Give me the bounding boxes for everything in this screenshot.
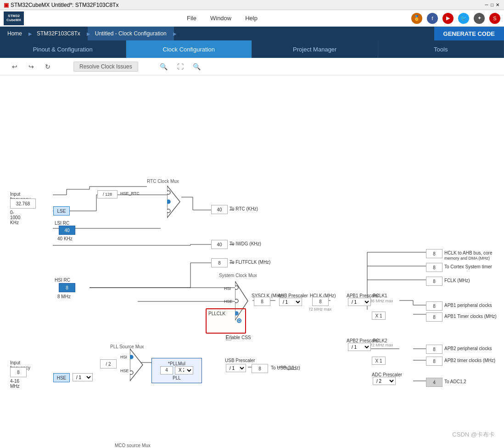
to-usb-label: To USB (MHz): [271, 365, 300, 370]
fclk-label: FCLK (MHz): [444, 278, 470, 283]
close-btn[interactable]: ✕: [495, 2, 500, 8]
pllclk-highlight: PLLCLK: [206, 308, 246, 334]
menu-file[interactable]: File: [187, 15, 196, 22]
icon-twitter[interactable]: 🐦: [458, 13, 469, 24]
apb1-periph-label: APB1 peripheral clocks: [444, 303, 492, 308]
menu-help[interactable]: Help: [245, 15, 258, 22]
menu-window[interactable]: Window: [210, 15, 231, 22]
refresh-button[interactable]: ↻: [42, 61, 53, 72]
tab-tools[interactable]: Tools: [378, 40, 504, 58]
tab-project[interactable]: Project Manager: [252, 40, 378, 58]
apb2-periph-label: APB2 peripheral clocks: [444, 346, 492, 351]
mco-source-mux-label: MCO source Mux: [115, 443, 151, 448]
enable-css-label: Enable CSS: [226, 335, 251, 340]
to-adc-label: To ADC1,2: [444, 379, 466, 384]
pllmul-select[interactable]: X 2: [175, 366, 193, 374]
svg-marker-58: [130, 349, 143, 381]
hclk-to-ahb-label: HCLK to AHB bus, core: [444, 250, 493, 255]
fclk-out-val: 8: [426, 277, 442, 286]
clock-diagram-canvas: RTC Clock Mux System Clock Mux PLL Sourc…: [0, 75, 504, 448]
zoom-out-button[interactable]: 🔍: [191, 61, 202, 72]
apb1-prescaler-select[interactable]: / 1: [348, 298, 371, 306]
icon-facebook[interactable]: f: [427, 13, 438, 24]
svg-point-55: [235, 286, 238, 289]
hsi-rc-label: HSI RC: [55, 278, 70, 283]
pll-val[interactable]: 4: [160, 366, 173, 374]
pll-source-mux-svg: [130, 349, 144, 386]
sys-mux-hse-label: HSE: [224, 299, 233, 304]
breadcrumb-clock[interactable]: Untitled - Clock Configuration: [88, 27, 174, 40]
enable-css-group: Enable CSS: [226, 335, 251, 340]
hse-div1-select[interactable]: / 1: [73, 373, 93, 381]
title-bar-title: STM32CubeMX Untitled*: STM32F103C8Tx: [11, 2, 118, 8]
icon-anniversary: 🏅: [411, 13, 422, 24]
to-cortex-label: To Cortex System timer: [444, 264, 492, 269]
icon-st[interactable]: S: [489, 13, 500, 24]
resolve-clock-button[interactable]: Resolve Clock Issues: [73, 62, 138, 72]
tab-pinout[interactable]: Pinout & Configuration: [0, 40, 126, 58]
pllclk-label: PLLCLK: [208, 311, 225, 316]
zoom-search-button[interactable]: 🔍: [158, 61, 169, 72]
to-iwdg-label: To IWDG (KHz): [230, 241, 261, 246]
app-icon: ▣: [4, 2, 9, 8]
app-logo: STM32CubeMX: [4, 11, 24, 25]
pclk2-max: 72 MHz max: [370, 343, 393, 347]
apb2-x1-box: X 1: [372, 357, 386, 365]
apb1-timer-label: APB1 Timer clocks (MHz): [444, 314, 497, 319]
undo-button[interactable]: ↩: [9, 61, 20, 72]
clock-diagram: RTC Clock Mux System Clock Mux PLL Sourc…: [0, 75, 504, 448]
icon-youtube[interactable]: ▶: [442, 13, 454, 24]
usb-prescaler-label: USB Prescaler: [225, 358, 255, 363]
menu-items: File Window Help: [33, 15, 411, 22]
pclk1-label: PCLK1: [373, 293, 387, 298]
breadcrumb-device[interactable]: STM32F103C8Tx: [29, 27, 88, 40]
ahb-prescaler-select[interactable]: / 1: [279, 298, 302, 306]
pclk1-max: 36 MHz max: [370, 299, 393, 303]
svg-point-59: [130, 355, 133, 359]
svg-point-60: [130, 371, 133, 374]
apb2-prescaler-select[interactable]: / 1: [348, 343, 371, 351]
pll-src-hsi-label: HSI: [120, 355, 127, 359]
apb1-x1-box: X 1: [372, 312, 386, 320]
apb2-timer-out-val: 8: [426, 357, 442, 366]
rtc-output-val: 40: [211, 205, 228, 214]
sys-mux-hsi-label: HSI: [224, 286, 231, 291]
svg-point-53: [167, 209, 170, 213]
adc-out-val: 4: [426, 378, 442, 387]
icon-network[interactable]: ✦: [474, 13, 485, 24]
hsi-box[interactable]: 8: [59, 283, 75, 292]
hse-rtc-label: HSE_RTC: [120, 191, 140, 196]
minimize-btn[interactable]: ─: [484, 2, 489, 8]
hsi-mhz-label: 8 MHz: [57, 294, 71, 299]
usb-prescaler-select[interactable]: / 1: [226, 364, 246, 372]
pllclk-radio[interactable]: [237, 318, 241, 323]
lse-box[interactable]: LSE: [53, 206, 70, 215]
generate-code-button[interactable]: GENERATE CODE: [434, 27, 504, 40]
svg-point-52: [167, 200, 170, 204]
lsi-box[interactable]: 40: [59, 226, 75, 235]
svg-point-51: [167, 191, 170, 194]
breadcrumb-home[interactable]: Home: [0, 27, 29, 40]
rtc-mux-svg: [167, 186, 181, 222]
breadcrumb-bar: Home STM32F103C8Tx Untitled - Clock Conf…: [0, 27, 504, 40]
rtc-clock-mux-label: RTC Clock Mux: [147, 179, 179, 184]
tab-bar: Pinout & Configuration Clock Configurati…: [0, 40, 504, 58]
usb-out-val: 8: [252, 364, 268, 373]
tab-clock[interactable]: Clock Configuration: [126, 40, 252, 58]
fit-button[interactable]: ⛶: [175, 61, 186, 72]
to-flitfclk-label: To FLITFCLK (MHz): [230, 260, 270, 265]
logo-box: STM32CubeMX: [4, 11, 24, 25]
hse-freq-range: 4-16 MHz: [10, 379, 20, 389]
system-clock-mux-label: System Clock Mux: [219, 273, 257, 278]
redo-button[interactable]: ↪: [26, 61, 37, 72]
maximize-btn[interactable]: □: [489, 2, 495, 8]
hclk-val[interactable]: 8: [312, 297, 329, 306]
lse-freq-input[interactable]: 32.768: [10, 198, 36, 209]
adc-prescaler-select[interactable]: / 2: [373, 377, 396, 385]
hse-rtc-div: / 128: [97, 190, 118, 198]
hse-box[interactable]: HSE: [53, 373, 70, 382]
sysclk-val[interactable]: 8: [254, 297, 270, 306]
pll-box: *PLLMul 4 X 2 PLL: [151, 358, 202, 383]
hse-freq-input[interactable]: 8: [10, 367, 27, 377]
svg-point-56: [235, 299, 238, 303]
